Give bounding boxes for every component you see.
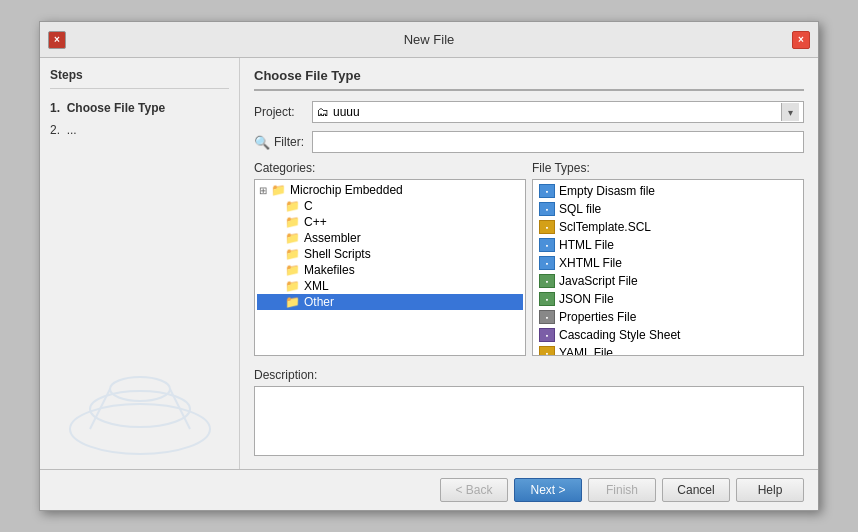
category-item[interactable]: 📁Shell Scripts	[257, 246, 523, 262]
filetype-item[interactable]: ▪JavaScript File	[535, 272, 801, 290]
filetype-label: YAML File	[559, 346, 613, 356]
footer: < Back Next > Finish Cancel Help	[40, 469, 818, 510]
file-type-icon: ▪	[539, 328, 555, 342]
description-label: Description:	[254, 368, 804, 382]
filetype-item[interactable]: ▪Properties File	[535, 308, 801, 326]
filetype-label: SQL file	[559, 202, 601, 216]
categories-pane: Categories: ⊞📁Microchip Embedded 📁C 📁C++…	[254, 161, 526, 356]
file-type-icon: ▪	[539, 202, 555, 216]
category-label: C++	[304, 215, 327, 229]
filetype-label: XHTML File	[559, 256, 622, 270]
filetype-label: HTML File	[559, 238, 614, 252]
steps-title: Steps	[50, 68, 229, 89]
categories-label: Categories:	[254, 161, 526, 175]
filetype-item[interactable]: ▪Empty Disasm file	[535, 182, 801, 200]
search-icon: 🔍	[254, 135, 270, 150]
folder-icon: 📁	[285, 231, 300, 245]
project-select[interactable]: 🗂 uuuu ▾	[312, 101, 804, 123]
folder-icon: 📁	[285, 279, 300, 293]
category-item[interactable]: ⊞📁Microchip Embedded	[257, 182, 523, 198]
file-type-icon: ▪	[539, 310, 555, 324]
dialog: × New File × Steps 1. Choose File Type 2…	[39, 21, 819, 511]
category-item[interactable]: 📁Makefiles	[257, 262, 523, 278]
filetype-item[interactable]: ▪SclTemplate.SCL	[535, 218, 801, 236]
file-type-icon: ▪	[539, 346, 555, 356]
folder-icon: 📁	[285, 263, 300, 277]
filetypes-list: ▪Empty Disasm file▪SQL file▪SclTemplate.…	[532, 179, 804, 356]
svg-point-2	[110, 377, 170, 401]
back-button[interactable]: < Back	[440, 478, 508, 502]
filetypes-label: File Types:	[532, 161, 804, 175]
step-2: 2. ...	[50, 121, 229, 139]
svg-point-1	[90, 391, 190, 427]
category-label: Microchip Embedded	[290, 183, 403, 197]
category-label: XML	[304, 279, 329, 293]
watermark	[40, 339, 239, 459]
category-label: Other	[304, 295, 334, 309]
step-1: 1. Choose File Type	[50, 99, 229, 117]
filetype-item[interactable]: ▪XHTML File	[535, 254, 801, 272]
filetype-label: JSON File	[559, 292, 614, 306]
category-label: Makefiles	[304, 263, 355, 277]
filetypes-pane: File Types: ▪Empty Disasm file▪SQL file▪…	[532, 161, 804, 356]
filter-label: 🔍 Filter:	[254, 135, 312, 150]
filetype-label: Properties File	[559, 310, 636, 324]
close-icon-left[interactable]: ×	[48, 31, 66, 49]
finish-button[interactable]: Finish	[588, 478, 656, 502]
file-type-icon: ▪	[539, 256, 555, 270]
folder-icon: 📁	[285, 295, 300, 309]
left-panel: Steps 1. Choose File Type 2. ...	[40, 58, 240, 469]
category-label: C	[304, 199, 313, 213]
step-1-label: Choose File Type	[67, 101, 165, 115]
section-title: Choose File Type	[254, 68, 804, 91]
file-type-icon: ▪	[539, 220, 555, 234]
folder-icon: 📁	[285, 247, 300, 261]
file-type-icon: ▪	[539, 184, 555, 198]
category-item[interactable]: 📁Assembler	[257, 230, 523, 246]
filetype-item[interactable]: ▪YAML File	[535, 344, 801, 356]
project-row: Project: 🗂 uuuu ▾	[254, 101, 804, 123]
filetype-label: Empty Disasm file	[559, 184, 655, 198]
step-2-label: ...	[67, 123, 77, 137]
filetype-item[interactable]: ▪SQL file	[535, 200, 801, 218]
description-textarea[interactable]	[254, 386, 804, 456]
filetype-item[interactable]: ▪JSON File	[535, 290, 801, 308]
project-label: Project:	[254, 105, 312, 119]
close-button[interactable]: ×	[792, 31, 810, 49]
right-panel: Choose File Type Project: 🗂 uuuu ▾ 🔍 Fil…	[240, 58, 818, 469]
folder-icon: 📁	[285, 199, 300, 213]
categories-filetypes-area: Categories: ⊞📁Microchip Embedded 📁C 📁C++…	[254, 161, 804, 356]
file-type-icon: ▪	[539, 274, 555, 288]
filetype-item[interactable]: ▪HTML File	[535, 236, 801, 254]
help-button[interactable]: Help	[736, 478, 804, 502]
filetype-label: SclTemplate.SCL	[559, 220, 651, 234]
filetype-label: Cascading Style Sheet	[559, 328, 680, 342]
folder-icon: 📁	[285, 215, 300, 229]
category-item[interactable]: 📁C++	[257, 214, 523, 230]
project-value: uuuu	[333, 105, 781, 119]
next-button[interactable]: Next >	[514, 478, 582, 502]
project-dropdown-arrow[interactable]: ▾	[781, 103, 799, 121]
filter-input[interactable]	[312, 131, 804, 153]
project-icon: 🗂	[317, 105, 329, 119]
file-type-icon: ▪	[539, 238, 555, 252]
category-item[interactable]: 📁XML	[257, 278, 523, 294]
category-item[interactable]: 📁Other	[257, 294, 523, 310]
category-label: Assembler	[304, 231, 361, 245]
category-label: Shell Scripts	[304, 247, 371, 261]
filetype-item[interactable]: ▪Cascading Style Sheet	[535, 326, 801, 344]
dialog-title: New File	[404, 32, 455, 47]
categories-list: ⊞📁Microchip Embedded 📁C 📁C++ 📁Assembler …	[254, 179, 526, 356]
description-section: Description:	[254, 368, 804, 459]
file-type-icon: ▪	[539, 292, 555, 306]
dialog-body: Steps 1. Choose File Type 2. ... Choos	[40, 58, 818, 469]
cancel-button[interactable]: Cancel	[662, 478, 730, 502]
expand-icon: ⊞	[259, 185, 269, 196]
category-item[interactable]: 📁C	[257, 198, 523, 214]
filetype-label: JavaScript File	[559, 274, 638, 288]
title-bar: × New File ×	[40, 22, 818, 58]
folder-icon: 📁	[271, 183, 286, 197]
filter-row: 🔍 Filter:	[254, 131, 804, 153]
